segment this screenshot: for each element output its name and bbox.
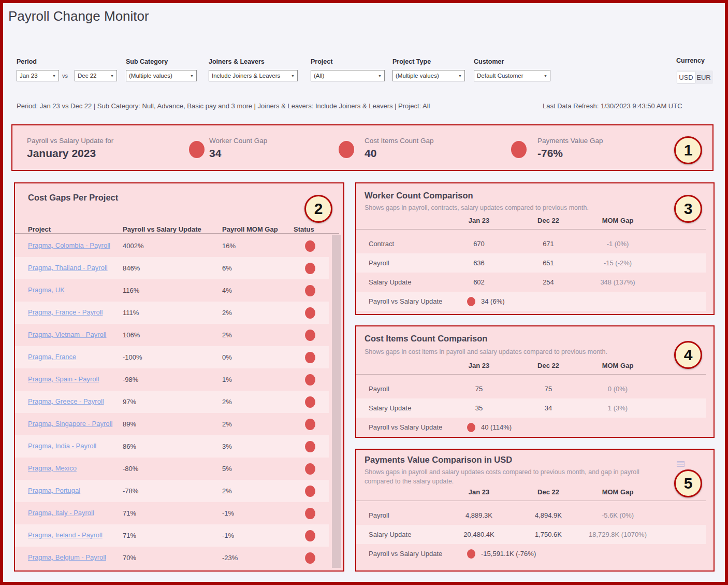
joiners-value: Include Joiners & Leavers — [212, 73, 280, 79]
status-cell — [294, 463, 327, 475]
status-dot-icon — [305, 396, 315, 408]
project-link[interactable]: Pragma, Mexico — [28, 464, 123, 473]
table-row: Pragma, India - Payroll86%3% — [15, 435, 329, 458]
period-from-dropdown[interactable]: Jan 23▼ — [17, 70, 59, 81]
payroll-mom-gap-value: 6% — [222, 264, 294, 272]
status-cell — [294, 486, 327, 497]
comparison-table-body: Payroll4,889.3K4,894.9K-5.6K (0%)Salary … — [356, 506, 706, 563]
project-link[interactable]: Pragma, Singapore - Payroll — [28, 420, 123, 429]
jan-value: 636 — [444, 259, 514, 267]
table-row: Contract670671-1 (0%) — [356, 234, 706, 253]
jan-value: 20,480.4K — [444, 531, 514, 538]
dec-value: 671 — [514, 240, 583, 248]
project-link[interactable]: Pragma, India - Payroll — [28, 442, 123, 451]
status-dot-icon — [467, 549, 475, 559]
panel-subtitle: Shows gaps in payroll, contracts, salary… — [365, 203, 657, 212]
status-dot-icon — [305, 330, 315, 341]
kpi-band: Payroll vs Salary Update for January 202… — [11, 124, 714, 171]
project-link[interactable]: Pragma, Ireland - Payroll — [28, 531, 123, 540]
project-link[interactable]: Pragma, France — [28, 353, 123, 362]
status-dot-icon — [339, 141, 354, 158]
table-header-row: Project Payroll vs Salary Update Payroll… — [15, 219, 339, 234]
table-row: Pragma, Ireland - Payroll71%-1% — [15, 524, 329, 547]
payroll-vs-salary-value: 86% — [123, 443, 222, 450]
table-row: Salary Update35341 (3%) — [356, 398, 706, 418]
sub-category-dropdown[interactable]: (Multiple values)▼ — [126, 70, 197, 81]
table-row: Pragma, Belgium - Payroll70%-23% — [15, 547, 329, 569]
project-link[interactable]: Pragma, Thailand - Payroll — [28, 264, 123, 273]
column-header: MOM Gap — [583, 362, 652, 369]
project-link[interactable]: Pragma, Portugal — [28, 487, 123, 495]
project-link[interactable]: Pragma, Vietnam - Payroll — [28, 331, 123, 339]
project-link[interactable]: Pragma, Greece - Payroll — [28, 397, 123, 406]
filter-summary-line: Period: Jan 23 vs Dec 22 | Sub Category:… — [17, 102, 430, 110]
project-link[interactable]: Pragma, UK — [28, 286, 123, 295]
payroll-vs-salary-value: 70% — [123, 554, 222, 562]
payroll-mom-gap-value: 2% — [222, 487, 294, 495]
project-dropdown[interactable]: (All)▼ — [311, 70, 385, 81]
payroll-mom-gap-value: 16% — [222, 242, 294, 250]
chevron-down-icon: ▼ — [458, 74, 462, 78]
column-header: MOM Gap — [583, 488, 652, 496]
payroll-mom-gap-value: 2% — [222, 331, 294, 339]
mom-gap-value: -15 (-2%) — [583, 259, 652, 267]
status-cell — [294, 441, 327, 452]
grid-icon — [677, 461, 685, 467]
status-dot-icon — [305, 285, 315, 296]
status-dot-icon — [305, 374, 315, 386]
payroll-vs-salary-value: -100% — [123, 353, 222, 361]
project-type-value: (Multiple values) — [396, 73, 439, 79]
status-dot-icon — [511, 141, 527, 158]
payroll-mom-gap-value: 2% — [222, 398, 294, 406]
project-link[interactable]: Pragma, Spain - Payroll — [28, 375, 123, 384]
project-type-dropdown[interactable]: (Multiple values)▼ — [392, 70, 465, 81]
column-header: Dec 22 — [514, 217, 583, 224]
status-cell — [294, 240, 327, 252]
cost-gaps-panel: Cost Gaps Per Project Project Payroll vs… — [14, 182, 344, 572]
column-header-pvs: Payroll vs Salary Update — [123, 225, 222, 233]
table-row: Payroll75750 (0%) — [356, 379, 706, 398]
project-value: (All) — [314, 73, 324, 79]
step-badge-2: 2 — [304, 195, 332, 223]
project-link[interactable]: Pragma, Belgium - Payroll — [28, 553, 123, 562]
project-link[interactable]: Pragma, Colombia - Payroll — [28, 241, 123, 250]
period-from-value: Jan 23 — [20, 73, 38, 79]
payroll-vs-salary-value: -98% — [123, 376, 222, 383]
currency-usd-option[interactable]: USD — [677, 72, 695, 83]
row-label: Salary Update — [356, 531, 444, 538]
last-data-refresh: Last Data Refresh: 1/30/2023 9:43:50 AM … — [543, 102, 682, 110]
customer-dropdown[interactable]: Default Customer▼ — [474, 70, 550, 81]
status-cell — [294, 374, 327, 386]
joiners-dropdown[interactable]: Include Joiners & Leavers▼ — [209, 70, 298, 81]
payroll-vs-salary-value: -78% — [123, 487, 222, 495]
jan-value: 35 — [444, 404, 514, 412]
period-to-value: Dec 22 — [78, 73, 96, 79]
status-cell — [294, 419, 327, 430]
status-dot-icon — [305, 263, 315, 274]
panel-title: Payments Value Comparison in USD — [365, 455, 512, 465]
dec-value: 34 — [514, 404, 583, 412]
payroll-mom-gap-value: 5% — [222, 465, 294, 473]
payroll-vs-salary-value: 71% — [123, 532, 222, 539]
comparison-table-body: Payroll75750 (0%)Salary Update35341 (3%)… — [356, 379, 706, 437]
column-header: Jan 23 — [444, 488, 514, 496]
customer-filter-label: Customer — [474, 58, 504, 65]
mom-gap-value: 0 (0%) — [583, 385, 652, 393]
chevron-down-icon: ▼ — [110, 74, 114, 78]
chevron-down-icon: ▼ — [378, 74, 382, 78]
status-dot-icon — [467, 297, 475, 306]
project-link[interactable]: Pragma, France - Payroll — [28, 308, 123, 317]
period-to-dropdown[interactable]: Dec 22▼ — [75, 70, 117, 81]
payroll-vs-salary-value: -80% — [123, 465, 222, 473]
payroll-mom-gap-value: 4% — [222, 287, 294, 294]
project-link[interactable]: Pragma, Italy - Payroll — [28, 509, 123, 518]
status-cell — [294, 352, 327, 363]
row-label: Payroll vs Salary Update — [356, 550, 444, 558]
project-type-filter-label: Project Type — [392, 58, 431, 65]
status-dot-icon — [305, 508, 315, 519]
currency-eur-option[interactable]: EUR — [695, 72, 712, 83]
table-row: Pragma, Colombia - Payroll4002%16% — [15, 235, 329, 257]
vertical-scrollbar[interactable] — [332, 235, 341, 568]
chevron-down-icon: ▼ — [544, 74, 547, 78]
status-dot-icon — [305, 240, 315, 252]
